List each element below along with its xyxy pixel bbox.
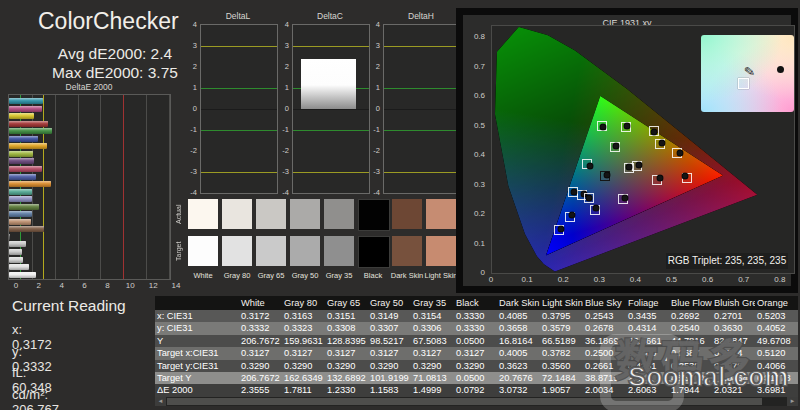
measured-marker-purple (592, 205, 599, 212)
table-cell: 27.1201 (626, 372, 669, 384)
swatch-label: Light Skin (424, 271, 456, 280)
swatch-label: Gray 50 (288, 271, 322, 280)
deltae-bar-gray-50 (9, 249, 22, 255)
deltae-bar-purple (9, 158, 34, 164)
table-cell: 0.2661 (583, 360, 626, 372)
table-cell: 0.3290 (325, 360, 368, 372)
measured-marker-magenta (621, 195, 628, 202)
measured-marker-yellow (651, 128, 658, 135)
table-cell: 23.3661 (626, 335, 669, 347)
table-cell: 49.6708 (755, 335, 798, 347)
table-row-label: Target x:CIE31 (155, 347, 239, 359)
swatch-label: Gray 80 (220, 271, 254, 280)
table-cell: 0.3290 (239, 360, 282, 372)
table-col-header: Black (454, 296, 497, 310)
table-cell: 101.9199 (368, 372, 411, 384)
table-cell: 20.7676 (497, 372, 540, 384)
deltae-bar-blue-sky (9, 211, 32, 217)
table-cell: 1.4999 (411, 384, 454, 396)
measurement-table: WhiteGray 80Gray 65Gray 50Gray 35BlackDa… (155, 296, 798, 397)
cie-1931-panel: CIE 1931 xy (456, 8, 798, 293)
table-col-header: Blue Sky (583, 296, 626, 310)
scrollbar-thumb[interactable] (167, 398, 762, 405)
table-cell: 0.3127 (411, 347, 454, 359)
scroll-right-arrow[interactable]: ► (787, 397, 798, 406)
deltae-bar-magenta (9, 106, 42, 112)
table-cell: 0.4314 (626, 322, 669, 334)
table-cell: 3.6981 (755, 384, 798, 396)
swatch-label: Black (356, 271, 390, 280)
table-cell: 0.4005 (497, 347, 540, 359)
table-cell: 132.6892 (325, 372, 368, 384)
scroll-left-arrow[interactable]: ◄ (155, 397, 166, 406)
swatch-label: White (186, 271, 220, 280)
table-cell: 98.5217 (368, 335, 411, 347)
actual-swatch-light-skin (426, 199, 456, 229)
swatch-row-label: Target (175, 236, 187, 266)
chart-deltac (292, 24, 370, 194)
measured-marker-cyan (571, 188, 578, 195)
table-row-label: Target Y (155, 372, 239, 384)
table-cell: 0.2678 (583, 322, 626, 334)
current-reading-line: cd/m²: 206.767 (12, 387, 59, 410)
table-cell: 0.4261 (626, 360, 669, 372)
chart-deltal (200, 24, 278, 194)
table-cell: 0.3290 (368, 360, 411, 372)
actual-swatch-gray-65 (256, 199, 286, 229)
deltae-bar-black (9, 234, 10, 240)
deltae-bar-light-skin (9, 219, 31, 225)
table-row: Target x:CIE310.31270.31270.31270.31270.… (155, 347, 798, 359)
actual-swatch-dark-skin (392, 199, 422, 229)
deltae-bar-dark-skin (9, 226, 44, 232)
table-row-label: ΔE 2000 (155, 384, 239, 396)
current-reading-title: Current Reading (12, 297, 126, 315)
measured-marker-light-skin (625, 164, 632, 171)
actual-swatch-gray-50 (290, 199, 320, 229)
table-cell: 2.3555 (239, 384, 282, 396)
table-cell: 0.3307 (368, 322, 411, 334)
table-cell: 82.9847 (712, 335, 755, 347)
table-col-header: Gray 80 (282, 296, 325, 310)
measured-marker-dark-skin (636, 162, 643, 169)
deltae-bar-foliage (9, 204, 39, 210)
table-cell: 0.3306 (411, 322, 454, 334)
deltae-bar-gray-65 (9, 257, 23, 263)
table-cell: 0.0500 (454, 335, 497, 347)
table-cell: 206.7672 (239, 335, 282, 347)
deltae-bar-blue-flower (9, 196, 32, 202)
table-cell: 16.8164 (497, 335, 540, 347)
target-swatch-gray-65 (256, 236, 286, 266)
table-cell: 0.3127 (282, 347, 325, 359)
table-cell: 162.6349 (282, 372, 325, 384)
measured-marker-blue (557, 226, 564, 233)
deltae-bar-yellow (9, 113, 34, 119)
table-cell: 0.3308 (325, 322, 368, 334)
measured-dot-marker (777, 66, 784, 73)
deltae-bar-bluish-green (9, 189, 32, 195)
table-cell: 0.3795 (540, 310, 583, 322)
page-title: ColorChecker (38, 8, 179, 35)
table-scrollbar[interactable]: ◄ ► (155, 397, 798, 406)
table-cell: 0.5120 (755, 347, 798, 359)
table-cell: 64.1778 (755, 372, 798, 384)
table-cell: 0.3127 (239, 347, 282, 359)
table-col-header: Gray 65 (325, 296, 368, 310)
table-cell: 0.0792 (454, 384, 497, 396)
table-cell: 0.3675 (712, 360, 755, 372)
table-cell: 0.3400 (626, 347, 669, 359)
measured-marker-foliage (613, 142, 620, 149)
table-cell: 0.2530 (669, 360, 712, 372)
measured-marker-orange (676, 150, 683, 157)
target-square-marker (738, 78, 749, 89)
table-cell: 0.5203 (755, 310, 798, 322)
table-cell: 0.3151 (325, 310, 368, 322)
measured-marker-blue-flower (586, 195, 593, 202)
table-cell: 0.3172 (239, 310, 282, 322)
deltae-chart-title: DeltaE 2000 (8, 82, 170, 92)
measured-marker-bluish-green (586, 162, 593, 169)
table-col-header: Dark Skin (497, 296, 540, 310)
table-row: x: CIE310.31720.31630.31510.31490.31540.… (155, 310, 798, 322)
table-cell: 0.3560 (540, 360, 583, 372)
table-cell: 0.3658 (497, 322, 540, 334)
table-cell: 0.3332 (239, 322, 282, 334)
